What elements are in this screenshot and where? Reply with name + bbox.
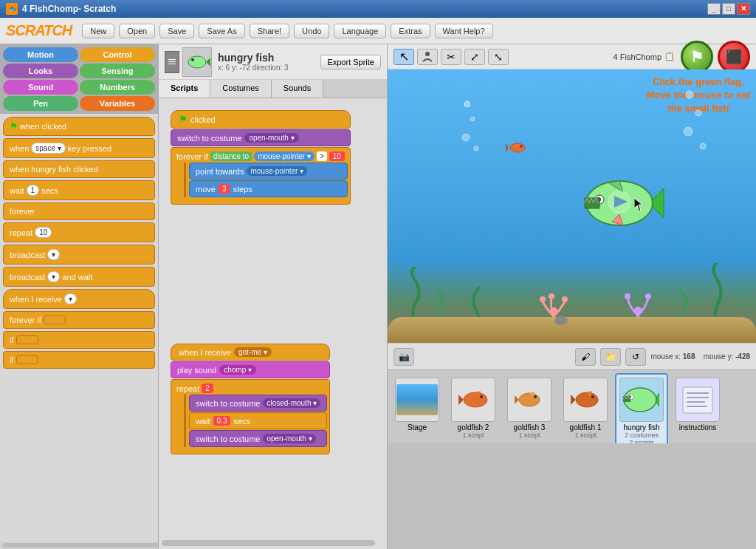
save-as-button[interactable]: Save As <box>199 24 244 38</box>
block-play-sound[interactable]: play sound chomp ▾ <box>171 361 330 378</box>
block-move-steps[interactable]: move 3 steps <box>189 180 348 197</box>
goldfish3-sublabel: 1 script <box>518 432 540 439</box>
bubbles-1 <box>461 97 484 158</box>
share-button[interactable]: Share! <box>250 24 289 38</box>
person-tool[interactable] <box>417 49 438 65</box>
collapse-btn[interactable] <box>165 51 179 73</box>
block-forever-if-script[interactable]: forever if distance to mouse-pointer ▾ >… <box>171 147 351 205</box>
category-numbers[interactable]: Numbers <box>80 80 155 95</box>
stage-top-toolbar: ↖ ✂ ⤢ ⤡ 4 FishChomp 📋 ⚑ <box>388 44 756 69</box>
camera-button[interactable]: 📷 <box>394 348 414 366</box>
block-forever-if[interactable]: forever if <box>3 311 155 329</box>
hungry-fish-sublabel2: 2 scripts <box>629 439 654 443</box>
sprite-item-goldfish3[interactable]: goldfish 3 1 script <box>503 373 556 443</box>
goldfish2-label: goldfish 2 <box>458 423 489 432</box>
svg-marker-1 <box>206 58 210 67</box>
block-when-key-pressed[interactable]: when space ▾ key pressed <box>3 138 155 158</box>
category-variables[interactable]: Variables <box>80 96 155 111</box>
svg-point-37 <box>480 395 483 398</box>
svg-point-29 <box>625 293 630 299</box>
open-button[interactable]: Open <box>119 24 155 38</box>
svg-point-2 <box>191 58 194 61</box>
stop-button[interactable]: ⬛ <box>718 41 750 73</box>
svg-point-34 <box>554 316 568 325</box>
sprite-item-hungry-fish[interactable]: hungry fish 2 costumes 2 scripts <box>615 373 668 443</box>
block-switch-open[interactable]: switch to costume open-mouth ▾ <box>189 430 327 447</box>
undo-button[interactable]: Undo <box>294 24 329 38</box>
sprite-item-instructions[interactable]: instructions <box>671 373 724 436</box>
block-when-sprite-clicked[interactable]: when hungry fish clicked <box>3 160 155 178</box>
category-sensing[interactable]: Sensing <box>80 64 155 78</box>
category-sound[interactable]: Sound <box>3 80 78 95</box>
goldfish3-label: goldfish 3 <box>514 423 546 432</box>
stage-bottom-toolbar: 📷 🖌 📁 ↺ mouse x: 168 mouse y: -428 <box>388 343 756 369</box>
block-when-receive[interactable]: when I receive ▾ <box>3 289 155 309</box>
sprite-item-goldfish1[interactable]: goldfish 1 1 script <box>559 373 612 443</box>
arrow-tool[interactable]: ↖ <box>394 49 414 65</box>
expand-tool[interactable]: ⤢ <box>464 49 485 65</box>
minimize-button[interactable]: _ <box>707 3 721 15</box>
block-switch-costume-1[interactable]: switch to costume open-mouth ▾ <box>171 129 351 146</box>
category-control[interactable]: Control <box>80 47 155 62</box>
ocean-background: Click the green flag.Move the mouse to e… <box>388 69 756 343</box>
export-sprite-button[interactable]: Export Sprite <box>320 55 381 69</box>
svg-point-5 <box>470 117 475 121</box>
script-group-2: when I receive got-me ▾ play sound chomp… <box>171 344 330 454</box>
menubar: SCRATCH New Open Save Save As Share! Und… <box>0 18 756 44</box>
svg-point-43 <box>576 392 598 407</box>
block-if-2[interactable]: if <box>3 351 155 369</box>
hungry-fish-thumbnail <box>619 378 664 422</box>
svg-point-35 <box>464 392 487 407</box>
folder-button[interactable]: 📁 <box>600 348 621 366</box>
language-button[interactable]: Language <box>334 24 386 38</box>
scratch-logo: SCRATCH <box>6 22 72 39</box>
svg-point-26 <box>562 296 568 302</box>
extras-button[interactable]: Extras <box>391 24 430 38</box>
scripts-scrollbar-h[interactable] <box>162 540 375 546</box>
category-motion[interactable]: Motion <box>3 47 78 62</box>
new-button[interactable]: New <box>82 24 114 38</box>
category-tabs: Motion Control Looks Sensing Sound Numbe… <box>0 44 158 114</box>
block-when-clicked[interactable]: ⚑ when clicked <box>3 117 155 136</box>
svg-point-28 <box>550 307 557 315</box>
block-point-towards[interactable]: point towards mouse-pointer ▾ <box>189 163 348 180</box>
sprite-item-stage[interactable]: Stage <box>391 373 444 436</box>
block-repeat[interactable]: repeat 10 <box>3 222 155 242</box>
save-button[interactable]: Save <box>159 24 194 38</box>
block-broadcast[interactable]: broadcast ▾ <box>3 245 155 265</box>
sprite-name-label: hungry fish <box>218 52 289 64</box>
scissors-tool[interactable]: ✂ <box>441 49 461 65</box>
tab-scripts[interactable]: Scripts <box>159 80 210 98</box>
paint-button[interactable]: 🖌 <box>575 348 596 366</box>
block-switch-closed[interactable]: switch to costume closed-mouth ▾ <box>189 395 327 412</box>
stage-view[interactable]: Click the green flag.Move the mouse to e… <box>388 69 756 343</box>
svg-point-11 <box>700 143 706 149</box>
block-if-1[interactable]: if <box>3 331 155 349</box>
block-when-receive-script[interactable]: when I receive got-me ▾ <box>171 344 330 361</box>
sprite-coords-label: x: 6 y: -72 direction: 3 <box>218 64 289 72</box>
notes-icon[interactable]: 📋 <box>664 52 675 61</box>
block-broadcast-wait[interactable]: broadcast ▾ and wait <box>3 267 155 287</box>
block-repeat-2[interactable]: repeat 2 switch to costume closed-mouth … <box>171 379 330 454</box>
maximize-button[interactable]: □ <box>722 3 735 15</box>
svg-point-25 <box>540 296 546 302</box>
project-name-display: 4 FishChomp 📋 <box>614 52 675 61</box>
block-when-clicked-script[interactable]: ⚑ clicked <box>171 110 351 129</box>
script-editor: hungry fish x: 6 y: -72 direction: 3 Exp… <box>159 44 388 549</box>
tab-sounds[interactable]: Sounds <box>272 80 323 98</box>
tab-costumes[interactable]: Costumes <box>210 80 272 98</box>
svg-marker-40 <box>515 395 519 404</box>
close-button[interactable]: ✕ <box>737 3 750 15</box>
scripts-canvas[interactable]: ⚑ clicked switch to costume open-mouth ▾… <box>159 98 387 549</box>
category-pen[interactable]: Pen <box>3 96 78 111</box>
sprite-item-goldfish2[interactable]: goldfish 2 1 script <box>447 373 500 443</box>
block-wait-secs[interactable]: wait 0.3 secs <box>189 412 327 429</box>
category-looks[interactable]: Looks <box>3 64 78 78</box>
shrink-tool[interactable]: ⤡ <box>488 49 509 65</box>
block-wait[interactable]: wait 1 secs <box>3 180 155 200</box>
block-forever[interactable]: forever <box>3 202 155 220</box>
refresh-button[interactable]: ↺ <box>625 348 646 366</box>
green-flag-button[interactable]: ⚑ <box>681 41 713 73</box>
sprite-details: hungry fish x: 6 y: -72 direction: 3 <box>218 52 289 72</box>
help-button[interactable]: Want Help? <box>435 24 493 38</box>
